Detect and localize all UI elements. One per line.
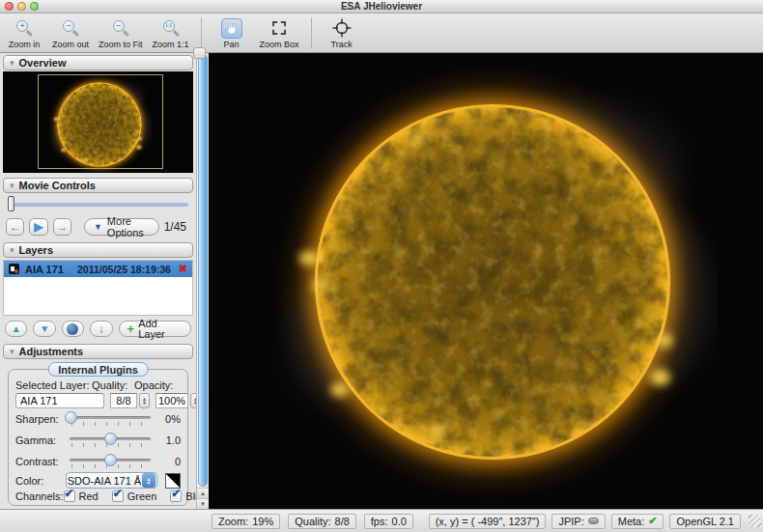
play-icon: ▶	[34, 221, 42, 233]
status-zoom: Zoom:19%	[212, 514, 280, 529]
gamma-value: 1.0	[155, 434, 181, 446]
solar-image-view[interactable]	[209, 53, 763, 509]
splitter-collapse-button[interactable]	[193, 47, 206, 59]
layer-info-button[interactable]	[62, 321, 84, 337]
delete-layer-icon[interactable]: ✖	[179, 263, 187, 275]
sharpen-label: Sharpen:	[15, 413, 66, 425]
status-quality: Quality:8/8	[288, 514, 356, 529]
play-button[interactable]: ▶	[29, 218, 47, 236]
step-back-icon: ←	[10, 221, 21, 233]
layer-timestamp: 2011/05/25 18:19:36	[77, 264, 173, 275]
selected-layer-field[interactable]	[15, 393, 104, 408]
scrollbar-thumb[interactable]	[198, 54, 208, 487]
zoom-in-icon: +	[14, 18, 34, 38]
red-checkbox[interactable]: ✔	[64, 490, 75, 502]
chevron-down-icon: ▾	[10, 348, 14, 356]
pan-hand-icon	[221, 18, 242, 39]
sun-image	[268, 57, 718, 507]
track-button[interactable]: Track	[324, 15, 360, 49]
frame-counter: 1/45	[164, 220, 190, 234]
zoom-to-fit-icon: −	[111, 18, 130, 38]
movie-slider-track[interactable]	[8, 203, 188, 207]
scrollbar-up-button[interactable]: ▲	[197, 488, 209, 498]
color-label: Color:	[15, 475, 66, 487]
layers-panel-header[interactable]: ▾ Layers	[3, 242, 193, 258]
movie-frame-slider[interactable]	[6, 196, 190, 212]
zoom-out-button[interactable]: − Zoom out	[52, 15, 89, 49]
opacity-stepper[interactable]: ▲▼	[190, 393, 196, 408]
arrow-down-icon: ▼	[40, 324, 49, 334]
download-layer-button[interactable]: ↓	[90, 321, 112, 337]
overview-viewport-rect[interactable]	[38, 74, 163, 169]
contrast-label: Contrast:	[15, 456, 66, 467]
zoom-one-to-one-icon: 1:1	[161, 18, 181, 38]
green-checkbox[interactable]: ✔	[112, 490, 124, 502]
gamma-slider[interactable]	[66, 431, 155, 450]
step-forward-button[interactable]: →	[53, 218, 71, 236]
channel-red[interactable]: ✔ Red	[64, 490, 99, 502]
zoom-in-button[interactable]: + Zoom in	[6, 15, 42, 49]
color-table-select[interactable]: SDO-AIA 171 Å ▲▼	[66, 472, 157, 489]
sharpen-value: 0%	[155, 413, 181, 425]
gamma-slider-thumb[interactable]	[104, 433, 117, 445]
plus-icon: +	[127, 322, 135, 335]
channel-green[interactable]: ✔ Green	[112, 490, 157, 502]
internal-plugins-tab[interactable]: Internal Plugins	[47, 362, 149, 377]
contrast-slider[interactable]	[66, 452, 155, 471]
contrast-slider-thumb[interactable]	[104, 454, 117, 466]
scrollbar-down-button[interactable]: ▼	[197, 498, 209, 509]
toolbar-separator	[201, 17, 202, 48]
download-icon: ↓	[99, 323, 104, 335]
contrast-value: 0	[155, 456, 181, 467]
chevron-down-icon: ▾	[10, 59, 14, 68]
layer-list: AIA 171 2011/05/25 18:19:36 ✖	[3, 260, 193, 316]
more-options-button[interactable]: ▼ More Options	[84, 218, 159, 236]
window-resize-grip[interactable]	[749, 515, 761, 527]
sidebar-scrollbar[interactable]: ▲ ▼	[196, 53, 209, 509]
quality-value[interactable]: 8/8	[110, 393, 137, 408]
combo-stepper-icon: ▲▼	[142, 473, 155, 488]
pan-button[interactable]: Pan	[213, 15, 250, 49]
sharpen-slider-thumb[interactable]	[65, 411, 77, 424]
title-bar: ESA JHelioviewer	[0, 0, 763, 14]
zoom-box-icon	[272, 21, 286, 35]
add-layer-button[interactable]: + Add Layer	[119, 321, 191, 337]
layer-movie-icon	[9, 264, 19, 274]
meta-check-icon: ✔	[648, 515, 657, 527]
app-window: ESA JHelioviewer + Zoom in − Zoom out − …	[0, 0, 763, 532]
status-fps: fps:0.0	[364, 514, 413, 529]
layer-row[interactable]: AIA 171 2011/05/25 18:19:36 ✖	[4, 261, 192, 277]
status-coordinates: (x, y) = ( -499″, 1237″)	[429, 514, 547, 529]
zoom-to-fit-button[interactable]: − Zoom to Fit	[99, 15, 143, 49]
zoom-one-to-one-button[interactable]: 1:1 Zoom 1:1	[153, 15, 189, 49]
step-back-button[interactable]: ←	[6, 218, 24, 236]
selected-layer-label: Selected Layer:	[15, 379, 92, 391]
toolbar-separator	[311, 17, 312, 48]
more-options-triangle-icon: ▼	[94, 222, 102, 232]
opacity-value[interactable]: 100%	[155, 393, 188, 408]
overview-panel-header[interactable]: ▾ Overview	[3, 55, 193, 70]
move-layer-up-button[interactable]: ▲	[5, 321, 27, 337]
gamma-label: Gamma:	[15, 434, 66, 446]
adjustments-groupbox: Selected Layer: Quality: Opacity: 8/8 ▲▼…	[8, 369, 188, 506]
move-layer-down-button[interactable]: ▼	[33, 321, 55, 337]
quality-stepper[interactable]: ▲▼	[139, 393, 150, 408]
channel-blue[interactable]: ✔ Blue	[170, 490, 196, 502]
blue-checkbox[interactable]: ✔	[170, 490, 182, 502]
movie-slider-thumb[interactable]	[8, 196, 14, 211]
overview-thumbnail[interactable]	[3, 71, 193, 173]
status-jpip: JPIP:	[551, 514, 605, 529]
movie-controls-panel-header[interactable]: ▾ Movie Controls	[3, 178, 193, 193]
zoom-out-icon: −	[61, 18, 80, 38]
adjustments-panel-header[interactable]: ▾ Adjustments	[3, 344, 193, 359]
jpip-led-icon	[588, 518, 599, 524]
chevron-down-icon: ▾	[10, 182, 14, 190]
main-toolbar: + Zoom in − Zoom out − Zoom to Fit 1:1 Z…	[0, 14, 763, 53]
zoom-box-button[interactable]: Zoom Box	[260, 15, 299, 49]
channels-label: Channels:	[15, 490, 64, 502]
layer-name: AIA 171	[25, 264, 71, 275]
sharpen-slider[interactable]	[66, 409, 155, 429]
step-forward-icon: →	[56, 221, 68, 233]
sphere-icon	[67, 323, 78, 335]
window-title: ESA JHelioviewer	[0, 1, 763, 12]
